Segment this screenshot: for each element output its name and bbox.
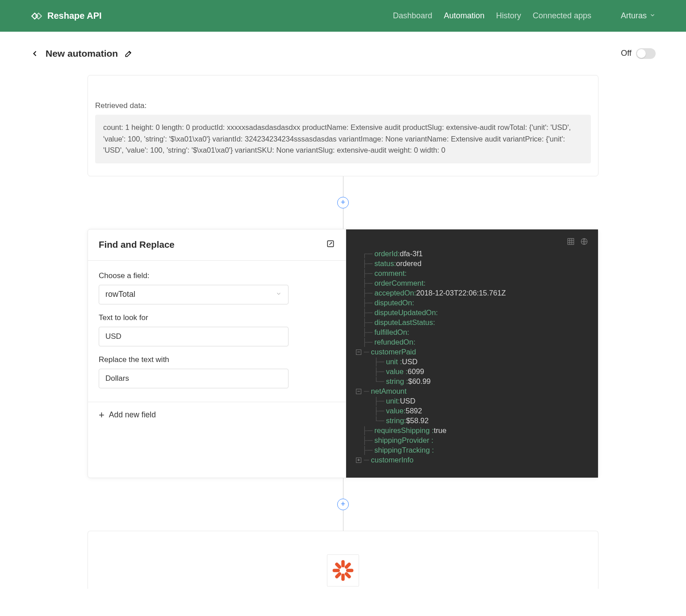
nav-automation[interactable]: Automation [444,11,485,21]
user-name: Arturas [621,11,647,21]
data-preview-pane: ┌─orderId: dfa-3f1 ├─status: ordered ├─c… [346,229,598,478]
edit-title-button[interactable] [124,49,133,58]
text-to-look-for-input[interactable] [99,327,289,346]
choose-field-value: rowTotal [105,290,135,299]
add-step-button[interactable]: + [337,499,349,510]
expand-icon[interactable]: + [356,458,361,463]
page-subheader: New automation Off [0,32,686,75]
brand-logo-icon [30,10,42,22]
top-nav: Dashboard Automation History Connected a… [393,11,656,21]
tree-row: −─customerPaid [356,347,588,357]
svg-rect-4 [341,574,344,581]
add-new-field-button[interactable]: + Add new field [88,402,346,428]
tree-row: −─netAmount [356,387,588,396]
tree-row: ├─unit: USD [356,396,588,406]
tree-row: ┌─orderId: dfa-3f1 [356,249,588,259]
automation-canvas: On new order Test again [0,75,686,607]
tree-row: ├─value : 6099 [356,367,588,377]
automation-toggle-label: Off [621,49,632,58]
zapier-logo-icon [327,554,359,587]
tree-row: ├─disputeUpdatedOn: [356,308,588,318]
svg-rect-3 [341,560,344,567]
tree-row: ├─shippingProvider : [356,436,588,445]
preview-table-view-icon[interactable] [567,237,575,247]
svg-rect-5 [333,569,340,572]
collapse-icon[interactable]: − [356,350,361,355]
choose-field-select[interactable]: rowTotal [99,285,289,304]
svg-rect-8 [335,571,342,579]
choose-field-label: Choose a field: [99,271,335,280]
edit-step-button[interactable] [326,239,335,250]
tree-row: ├─comment: [356,269,588,279]
automation-toggle[interactable] [636,48,656,59]
tree-row: ├─shippingTracking : [356,445,588,455]
nav-history[interactable]: History [496,11,521,21]
tree-row: ├─acceptedOn: 2018-12-03T22:06:15.761Z [356,288,588,298]
svg-rect-1 [568,238,574,245]
tree-row: ├─value: 5892 [356,406,588,416]
tree-row: ├─status: ordered [356,259,588,269]
nav-dashboard[interactable]: Dashboard [393,11,432,21]
action-step-card [88,531,598,589]
collapse-icon[interactable]: − [356,389,361,394]
tree-row: ├─fulfilledOn: [356,328,588,337]
find-replace-config-pane: Find and Replace Choose a field: rowTota… [88,229,346,478]
text-to-look-for-label: Text to look for [99,313,335,322]
add-new-field-label: Add new field [109,410,156,420]
app-header: Reshape API Dashboard Automation History… [0,0,686,32]
tree-row: └─string : $60.99 [356,377,588,387]
preview-globe-view-icon[interactable] [580,237,588,247]
nav-connected-apps[interactable]: Connected apps [533,11,591,21]
user-menu[interactable]: Arturas [621,11,656,21]
replace-with-label: Replace the text with [99,355,335,364]
page-title: New automation [46,48,118,59]
plus-icon: + [99,410,105,420]
replace-with-input[interactable] [99,369,289,388]
connector: + [88,176,598,229]
retrieved-data-output: count: 1 height: 0 length: 0 productId: … [95,115,591,163]
brand-name: Reshape API [47,11,102,21]
connector: + [88,478,598,531]
chevron-down-icon [276,290,282,299]
svg-rect-7 [344,562,351,570]
find-replace-step-card: Find and Replace Choose a field: rowTota… [88,229,598,478]
tree-row: ├─disputedOn: [356,298,588,308]
json-tree: ┌─orderId: dfa-3f1 ├─status: ordered ├─c… [356,249,588,465]
tree-row: └─string: $58.92 [356,416,588,426]
tree-row: +─customerInfo [356,455,588,465]
tree-row: ├─requiresShipping : true [356,426,588,436]
step-title: Find and Replace [99,239,175,250]
brand-area: Reshape API [30,10,102,22]
tree-row: ├─refundedOn: [356,337,588,347]
trigger-step-card: On new order Test again [88,75,598,176]
tree-row: ├─disputeLastStatus: [356,318,588,328]
back-button[interactable] [30,49,39,58]
retrieved-data-label: Retrieved data: [95,101,591,110]
tree-row: ├─unit : USD [356,357,588,367]
tree-row: ├─orderComment: [356,279,588,288]
svg-rect-6 [346,569,353,572]
add-step-button[interactable]: + [337,197,349,208]
svg-rect-10 [344,571,351,579]
chevron-down-icon [649,11,656,21]
toggle-knob [637,49,646,58]
svg-rect-9 [335,562,342,570]
